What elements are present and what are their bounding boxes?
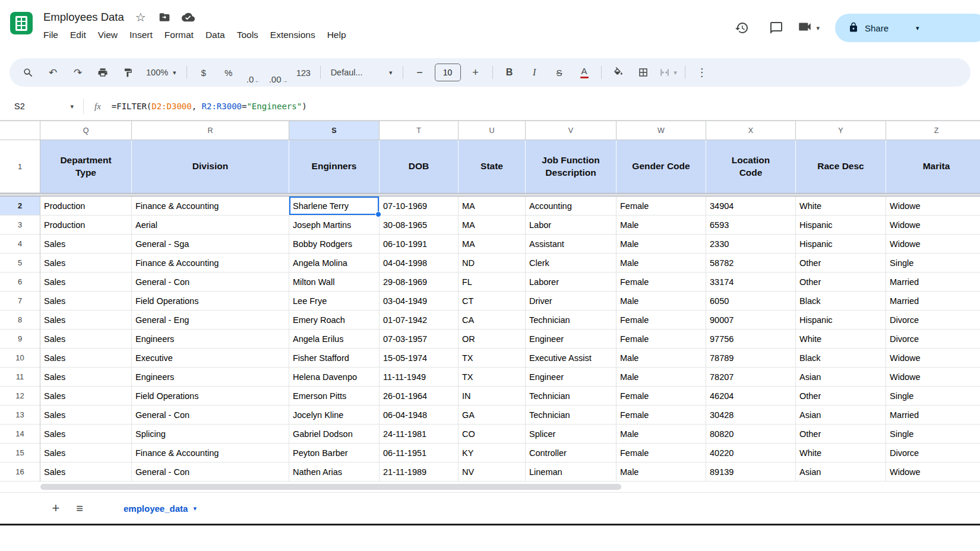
all-sheets-icon[interactable]: ≡ (68, 496, 91, 520)
number-format-button[interactable]: 123 (291, 61, 316, 84)
cell-Q1[interactable]: Department Type (40, 140, 132, 193)
cell-Z10[interactable]: Widowe (886, 349, 980, 368)
cell-X4[interactable]: 2330 (706, 235, 796, 254)
document-title[interactable]: Employees Data (43, 11, 124, 24)
menu-extensions[interactable]: Extensions (264, 28, 321, 42)
cell-T9[interactable]: 07-03-1957 (380, 330, 459, 349)
cell-T2[interactable]: 07-10-1969 (380, 197, 459, 216)
cell-Z16[interactable]: Widowe (886, 463, 980, 482)
cell-R12[interactable]: Field Operations (132, 387, 289, 406)
cell-S11[interactable]: Helena Davenpo (289, 368, 380, 387)
cell-X14[interactable]: 80820 (706, 425, 796, 444)
cell-W14[interactable]: Male (617, 425, 706, 444)
cell-W2[interactable]: Female (617, 197, 706, 216)
cell-Y15[interactable]: White (796, 444, 886, 463)
row-header-2[interactable]: 2 (0, 197, 40, 216)
row-header-16[interactable]: 16 (0, 463, 40, 482)
cell-Q5[interactable]: Sales (40, 254, 132, 273)
cell-Y13[interactable]: Asian (796, 406, 886, 425)
cell-Q10[interactable]: Sales (40, 349, 132, 368)
cell-Q13[interactable]: Sales (40, 406, 132, 425)
cell-V4[interactable]: Assistant (526, 235, 617, 254)
cell-U16[interactable]: NV (459, 463, 526, 482)
column-header-V[interactable]: V (526, 121, 617, 140)
column-header-Q[interactable]: Q (40, 121, 132, 140)
row-header-1[interactable]: 1 (0, 140, 40, 193)
cell-T16[interactable]: 21-11-1989 (380, 463, 459, 482)
cell-V11[interactable]: Engineer (526, 368, 617, 387)
menu-insert[interactable]: Insert (124, 28, 159, 42)
cell-U12[interactable]: IN (459, 387, 526, 406)
cell-S7[interactable]: Lee Frye (289, 292, 380, 311)
cell-X15[interactable]: 40220 (706, 444, 796, 463)
cell-T5[interactable]: 04-04-1998 (380, 254, 459, 273)
merge-cells-icon[interactable]: ▾ (656, 61, 681, 84)
sheet-tab-menu-icon[interactable]: ▾ (193, 505, 197, 512)
select-all-corner[interactable] (0, 121, 40, 140)
cell-W10[interactable]: Male (617, 349, 706, 368)
cell-R15[interactable]: Finance & Accounting (132, 444, 289, 463)
menu-file[interactable]: File (37, 28, 64, 42)
menu-view[interactable]: View (92, 28, 124, 42)
cell-U2[interactable]: MA (459, 197, 526, 216)
row-header-13[interactable]: 13 (0, 406, 40, 425)
cell-V7[interactable]: Driver (526, 292, 617, 311)
move-folder-icon[interactable] (157, 10, 172, 24)
cell-Q7[interactable]: Sales (40, 292, 132, 311)
cell-W6[interactable]: Female (617, 273, 706, 292)
cell-Q6[interactable]: Sales (40, 273, 132, 292)
cell-W11[interactable]: Male (617, 368, 706, 387)
paint-format-icon[interactable] (115, 61, 140, 84)
more-options-icon[interactable]: ⋮ (690, 61, 715, 84)
cell-S4[interactable]: Bobby Rodgers (289, 235, 380, 254)
cell-R4[interactable]: General - Sga (132, 235, 289, 254)
cell-R1[interactable]: Division (132, 140, 289, 193)
cell-V10[interactable]: Executive Assist (526, 349, 617, 368)
cell-S10[interactable]: Fisher Stafford (289, 349, 380, 368)
cell-U8[interactable]: CA (459, 311, 526, 330)
format-currency-button[interactable]: $ (191, 61, 216, 84)
decrease-font-size-button[interactable]: − (407, 61, 432, 84)
cell-Y3[interactable]: Hispanic (796, 216, 886, 235)
column-header-U[interactable]: U (459, 121, 526, 140)
cell-T3[interactable]: 30-08-1965 (380, 216, 459, 235)
row-header-6[interactable]: 6 (0, 273, 40, 292)
cell-T10[interactable]: 15-05-1974 (380, 349, 459, 368)
cell-Z3[interactable]: Widowe (886, 216, 980, 235)
cell-Z11[interactable]: Widowe (886, 368, 980, 387)
row-header-10[interactable]: 10 (0, 349, 40, 368)
cell-V5[interactable]: Clerk (526, 254, 617, 273)
comment-icon[interactable] (763, 14, 790, 42)
increase-decimal-button[interactable]: .00 → (266, 61, 291, 84)
row-header-12[interactable]: 12 (0, 387, 40, 406)
cell-Q9[interactable]: Sales (40, 330, 132, 349)
menu-tools[interactable]: Tools (231, 28, 264, 42)
cell-Z13[interactable]: Married (886, 406, 980, 425)
row-header-4[interactable]: 4 (0, 235, 40, 254)
cell-R10[interactable]: Executive (132, 349, 289, 368)
row-header-14[interactable]: 14 (0, 425, 40, 444)
cell-U14[interactable]: CO (459, 425, 526, 444)
cell-U9[interactable]: OR (459, 330, 526, 349)
version-history-icon[interactable] (728, 14, 755, 42)
font-size-input[interactable]: 10 (435, 64, 461, 81)
cell-Y8[interactable]: Hispanic (796, 311, 886, 330)
cell-Z4[interactable]: Widowe (886, 235, 980, 254)
cell-X8[interactable]: 90007 (706, 311, 796, 330)
column-header-R[interactable]: R (132, 121, 289, 140)
cell-U7[interactable]: CT (459, 292, 526, 311)
cell-S14[interactable]: Gabriel Dodson (289, 425, 380, 444)
cell-U3[interactable]: MA (459, 216, 526, 235)
cell-V3[interactable]: Labor (526, 216, 617, 235)
cell-W1[interactable]: Gender Code (617, 140, 706, 193)
cell-U15[interactable]: KY (459, 444, 526, 463)
cell-R2[interactable]: Finance & Accounting (132, 197, 289, 216)
cell-R3[interactable]: Aerial (132, 216, 289, 235)
cell-Z14[interactable]: Single (886, 425, 980, 444)
borders-icon[interactable] (631, 61, 656, 84)
cell-Q11[interactable]: Sales (40, 368, 132, 387)
menu-data[interactable]: Data (200, 28, 231, 42)
cell-R6[interactable]: General - Con (132, 273, 289, 292)
increase-font-size-button[interactable]: + (463, 61, 488, 84)
cell-W8[interactable]: Female (617, 311, 706, 330)
